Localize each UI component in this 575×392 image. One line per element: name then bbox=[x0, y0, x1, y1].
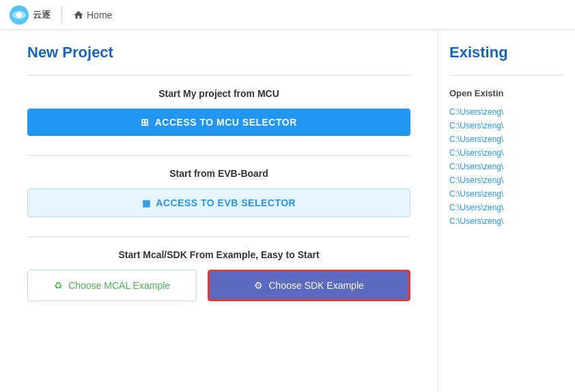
evb-section-label: Start from EVB-Board bbox=[27, 168, 410, 179]
logo-icon bbox=[8, 4, 30, 26]
main-content: New Project Start My project from MCU ⊞ … bbox=[0, 30, 575, 392]
evb-button-label: ACCESS TO EVB SELECTOR bbox=[156, 197, 296, 208]
divider-evb bbox=[27, 155, 410, 156]
home-link[interactable]: Home bbox=[73, 10, 112, 20]
mcu-selector-button[interactable]: ⊞ ACCESS TO MCU SELECTOR bbox=[27, 109, 410, 136]
example-buttons-row: ♻ Choose MCAL Example ⚙ Choose SDK Examp… bbox=[27, 270, 410, 301]
list-item[interactable]: C:\Users\zeng\ bbox=[449, 119, 564, 132]
evb-selector-button[interactable]: ▦ ACCESS TO EVB SELECTOR bbox=[27, 188, 410, 217]
list-item[interactable]: C:\Users\zeng\ bbox=[449, 214, 564, 228]
sdk-example-button[interactable]: ⚙ Choose SDK Example bbox=[208, 270, 410, 301]
new-project-title: New Project bbox=[27, 44, 410, 61]
example-section-label: Start Mcal/SDK From Example, Easy to Sta… bbox=[27, 249, 410, 260]
existing-title: Existing bbox=[449, 44, 564, 61]
mcu-section-label: Start My project from MCU bbox=[27, 88, 410, 99]
sdk-icon: ⚙ bbox=[254, 280, 263, 291]
list-item[interactable]: C:\Users\zeng\ bbox=[449, 105, 564, 119]
open-existing-label: Open Existin bbox=[449, 88, 564, 98]
list-item[interactable]: C:\Users\zeng\ bbox=[449, 187, 564, 201]
right-divider bbox=[449, 75, 564, 76]
evb-icon: ▦ bbox=[142, 198, 151, 208]
mcal-icon: ♻ bbox=[54, 280, 63, 291]
mcal-button-label: Choose MCAL Example bbox=[68, 280, 170, 291]
example-section: Start Mcal/SDK From Example, Easy to Sta… bbox=[27, 249, 410, 301]
list-item[interactable]: C:\Users\zeng\ bbox=[449, 132, 564, 146]
list-item[interactable]: C:\Users\zeng\ bbox=[449, 146, 564, 160]
divider-mcu bbox=[27, 75, 410, 76]
list-item[interactable]: C:\Users\zeng\ bbox=[449, 173, 564, 187]
divider-example bbox=[27, 236, 410, 237]
home-label: Home bbox=[87, 10, 112, 20]
logo-text: 云逐 bbox=[33, 9, 51, 21]
sdk-button-label: Choose SDK Example bbox=[268, 280, 363, 291]
list-item[interactable]: C:\Users\zeng\ bbox=[449, 201, 564, 214]
left-panel: New Project Start My project from MCU ⊞ … bbox=[0, 30, 438, 392]
recent-projects-list: C:\Users\zeng\ C:\Users\zeng\ C:\Users\z… bbox=[449, 105, 564, 228]
right-panel: Existing Open Existin C:\Users\zeng\ C:\… bbox=[438, 30, 575, 392]
navbar: 云逐 Home bbox=[0, 0, 575, 30]
evb-section: Start from EVB-Board ▦ ACCESS TO EVB SEL… bbox=[27, 168, 410, 217]
mcu-section: Start My project from MCU ⊞ ACCESS TO MC… bbox=[27, 88, 410, 136]
nav-divider bbox=[61, 7, 62, 23]
logo: 云逐 bbox=[8, 4, 51, 26]
mcal-example-button[interactable]: ♻ Choose MCAL Example bbox=[27, 270, 197, 301]
mcu-icon: ⊞ bbox=[141, 117, 150, 128]
svg-point-2 bbox=[16, 12, 22, 18]
list-item[interactable]: C:\Users\zeng\ bbox=[449, 160, 564, 173]
mcu-button-label: ACCESS TO MCU SELECTOR bbox=[155, 117, 297, 128]
home-icon bbox=[73, 10, 84, 20]
